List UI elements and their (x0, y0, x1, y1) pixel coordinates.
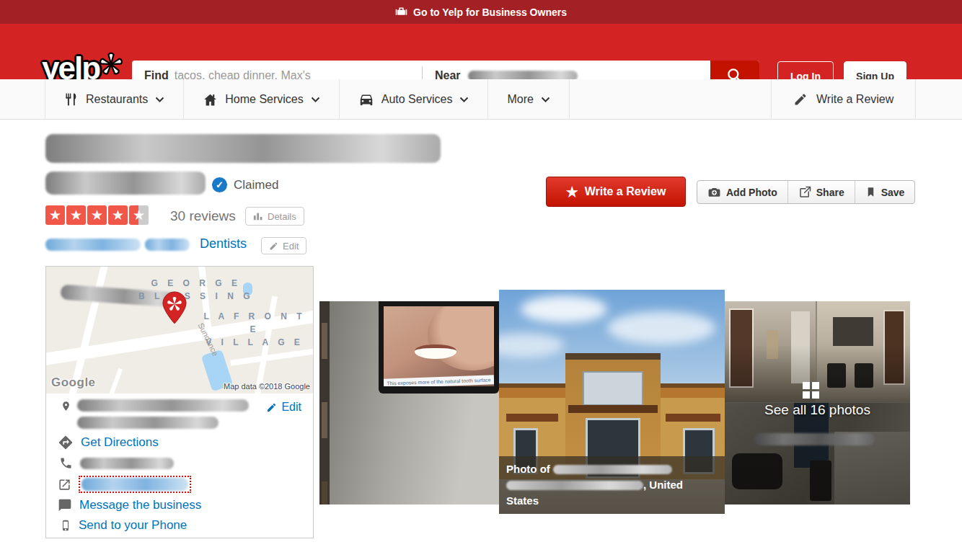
tv-screen-photo: This exposes more of the natural tooth s… (379, 301, 499, 394)
category-link-dentists[interactable]: Dentists (200, 236, 247, 252)
camera-icon (707, 185, 721, 199)
site-header: yelp Find Near (0, 24, 962, 79)
nav-item-restaurants[interactable]: Restaurants (45, 79, 184, 120)
nav-item-label: Restaurants (86, 93, 148, 106)
pencil-icon (266, 402, 277, 413)
star-rating: ★ ★ ★ ★ ★ (45, 205, 149, 225)
nav-item-label: Auto Services (381, 93, 453, 106)
nav-item-label: Home Services (225, 93, 303, 106)
photo-main-building[interactable]: Photo of , United States (499, 290, 725, 514)
share-label: Share (816, 187, 844, 198)
building-sign (583, 371, 643, 406)
address-redacted-line2 (77, 417, 219, 429)
photo-grid-icon (803, 382, 819, 399)
review-count[interactable]: 30 reviews (170, 208, 236, 224)
tv-caption-text: This exposes more of the natural tooth s… (384, 375, 494, 386)
map-road (104, 368, 123, 394)
chevron-down-icon (541, 97, 550, 103)
caption-prefix: Photo of (506, 463, 550, 475)
star-icon: ★ (108, 205, 128, 225)
awning (568, 405, 658, 413)
star-icon: ★ (66, 205, 86, 225)
caption-location-redacted (506, 481, 643, 490)
chevron-down-icon (459, 97, 469, 103)
star-icon: ★ (45, 205, 65, 225)
get-directions-link: Get Directions (81, 435, 159, 450)
share-button[interactable]: Share (788, 181, 855, 203)
category-redacted-1 (45, 239, 141, 251)
star-icon: ★ (566, 184, 578, 200)
website-link-redacted (79, 476, 191, 493)
details-button[interactable]: Details (245, 207, 304, 226)
star-icon: ★ (87, 205, 107, 225)
write-review-button[interactable]: ★ Write a Review (546, 177, 686, 207)
directions-icon (58, 435, 74, 450)
google-logo[interactable]: Google (51, 375, 96, 390)
claimed-label: Claimed (234, 178, 278, 192)
nav-item-more[interactable]: More (488, 79, 569, 120)
share-icon (798, 186, 811, 199)
address-edit-link[interactable]: Edit (266, 401, 301, 414)
nav-write-review[interactable]: Write a Review (771, 79, 916, 120)
map-attribution: Map data ©2018 Google (224, 382, 310, 391)
banner-label: Go to Yelp for Business Owners (413, 6, 567, 18)
business-name-redacted-line1 (45, 134, 441, 163)
map-area-label: G E O R G E B L E S S I N G (138, 277, 253, 303)
photo-caption: Photo of , United States (499, 456, 725, 514)
bookmark-icon (865, 186, 876, 198)
see-all-photos-label[interactable]: See all 16 photos (725, 402, 910, 418)
location-pin-icon (61, 399, 71, 413)
map[interactable]: G E O R G E B L E S S I N G L A F R O N … (46, 267, 313, 394)
send-to-phone-row[interactable]: Send to your Phone (60, 518, 187, 533)
get-directions-row[interactable]: Get Directions (58, 435, 159, 450)
save-button[interactable]: Save (855, 181, 915, 203)
photo-collage-see-all[interactable]: See all 16 photos (725, 301, 910, 505)
category-edit-button[interactable]: Edit (261, 237, 306, 254)
save-label: Save (881, 187, 905, 198)
cloud (521, 295, 607, 323)
awning (506, 414, 558, 422)
restaurants-icon (64, 92, 79, 107)
send-to-phone-link: Send to your Phone (79, 518, 187, 533)
details-label: Details (268, 211, 296, 222)
message-business-row[interactable]: Message the business (58, 498, 201, 512)
bar-chart-icon (253, 211, 263, 221)
nav-item-label: More (507, 93, 533, 106)
write-review-label: Write a Review (585, 185, 666, 198)
address-redacted-line1 (77, 399, 249, 412)
briefcase-icon (395, 6, 407, 18)
message-business-link: Message the business (79, 498, 201, 512)
caption-suffix-2: States (506, 494, 539, 507)
external-link-icon (58, 478, 71, 492)
add-photo-label: Add Photo (726, 187, 777, 198)
auto-services-icon (358, 92, 374, 107)
caption-suffix: , United (643, 479, 683, 491)
add-photo-button[interactable]: Add Photo (697, 181, 788, 203)
mobile-phone-icon (60, 518, 71, 533)
cloud (607, 311, 715, 345)
caption-business-redacted (553, 465, 672, 474)
phone-number-redacted (80, 458, 174, 469)
category-redacted-2 (145, 239, 190, 251)
claimed-check-icon: ✓ (212, 177, 227, 192)
cloud (499, 333, 564, 357)
chevron-down-icon (155, 97, 164, 103)
business-name-redacted-line2 (45, 172, 206, 195)
phone-row (59, 456, 174, 470)
nav-write-review-label: Write a Review (816, 93, 893, 106)
nav-item-auto-services[interactable]: Auto Services (340, 79, 489, 120)
pencil-icon (793, 92, 808, 107)
business-owners-banner[interactable]: Go to Yelp for Business Owners (0, 0, 962, 24)
website-row[interactable] (58, 476, 191, 493)
chat-bubble-icon (58, 498, 72, 512)
map-pin-icon[interactable] (160, 290, 189, 326)
half-star-icon: ★ (129, 205, 149, 225)
nav-item-home-services[interactable]: Home Services (184, 79, 339, 120)
claimed-badge[interactable]: ✓ Claimed (212, 177, 278, 192)
photo-left-tv[interactable]: This exposes more of the natural tooth s… (319, 301, 499, 505)
category-nav: Restaurants Home Services Auto Services … (0, 79, 962, 120)
edit-label: Edit (283, 241, 299, 252)
pencil-icon (269, 241, 278, 251)
yelp-business-page: Go to Yelp for Business Owners yelp (0, 0, 962, 560)
awning (666, 414, 720, 422)
